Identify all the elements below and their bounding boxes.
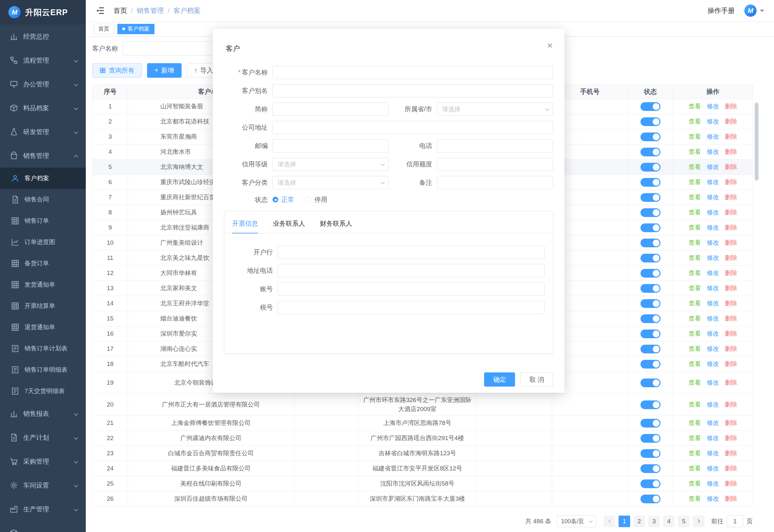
customer-alias-input[interactable] bbox=[273, 84, 553, 97]
status-toggle[interactable] bbox=[640, 345, 660, 353]
tag-item[interactable]: 首页 bbox=[94, 24, 114, 34]
confirm-button[interactable]: 确定 bbox=[484, 372, 515, 387]
edit-link[interactable]: 修改 bbox=[707, 285, 719, 291]
account-input[interactable] bbox=[278, 282, 545, 296]
customer-category-select[interactable]: 请选择 bbox=[273, 176, 389, 189]
status-toggle[interactable] bbox=[640, 102, 660, 111]
delete-link[interactable]: 删除 bbox=[725, 163, 737, 170]
view-link[interactable]: 查看 bbox=[689, 103, 701, 110]
avatar[interactable]: M bbox=[744, 5, 757, 17]
page-button[interactable]: 5 bbox=[678, 516, 690, 527]
tax-no-input[interactable] bbox=[278, 301, 545, 314]
edit-link[interactable]: 修改 bbox=[707, 401, 719, 408]
view-link[interactable]: 查看 bbox=[689, 480, 701, 487]
delete-link[interactable]: 删除 bbox=[725, 419, 737, 426]
view-link[interactable]: 查看 bbox=[689, 330, 701, 337]
view-link[interactable]: 查看 bbox=[689, 465, 701, 472]
delete-link[interactable]: 删除 bbox=[725, 379, 737, 386]
status-toggle[interactable] bbox=[640, 314, 660, 323]
page-button[interactable]: 3 bbox=[648, 516, 660, 527]
sidebar-item[interactable]: 备货订单 bbox=[0, 253, 86, 274]
status-toggle[interactable] bbox=[640, 254, 660, 262]
status-toggle[interactable] bbox=[640, 269, 660, 278]
close-icon[interactable]: × bbox=[547, 41, 553, 50]
edit-link[interactable]: 修改 bbox=[707, 495, 719, 502]
sidebar-item[interactable]: 退货通知单 bbox=[0, 317, 86, 338]
view-link[interactable]: 查看 bbox=[689, 179, 701, 185]
sidebar-item[interactable]: 开票结算单 bbox=[0, 295, 86, 317]
view-link[interactable]: 查看 bbox=[689, 270, 701, 276]
status-toggle[interactable] bbox=[640, 133, 660, 141]
vertical-scrollbar[interactable] bbox=[755, 103, 759, 181]
view-link[interactable]: 查看 bbox=[689, 194, 701, 201]
page-button[interactable]: 1 bbox=[619, 516, 630, 527]
status-toggle[interactable] bbox=[640, 178, 660, 187]
edit-link[interactable]: 修改 bbox=[707, 379, 719, 386]
status-toggle[interactable] bbox=[640, 208, 660, 217]
sidebar-item[interactable]: 办公管理 bbox=[0, 72, 86, 96]
status-toggle[interactable] bbox=[640, 330, 660, 338]
page-button[interactable]: 2 bbox=[633, 516, 645, 527]
edit-link[interactable]: 修改 bbox=[707, 179, 719, 185]
page-size-select[interactable]: 100条/页 bbox=[557, 515, 596, 527]
edit-link[interactable]: 修改 bbox=[707, 419, 719, 426]
view-link[interactable]: 查看 bbox=[689, 285, 701, 291]
sidebar-item[interactable]: 经营总控 bbox=[0, 25, 86, 48]
view-link[interactable]: 查看 bbox=[689, 419, 701, 426]
status-toggle[interactable] bbox=[640, 284, 660, 293]
customer-name-input[interactable] bbox=[273, 66, 553, 79]
edit-link[interactable]: 修改 bbox=[707, 224, 719, 231]
sidebar-item[interactable]: 销售订单计划表 bbox=[0, 338, 86, 359]
view-link[interactable]: 查看 bbox=[689, 224, 701, 231]
status-toggle[interactable] bbox=[640, 239, 660, 247]
status-toggle[interactable] bbox=[640, 434, 660, 443]
edit-link[interactable]: 修改 bbox=[707, 315, 719, 322]
delete-link[interactable]: 删除 bbox=[725, 148, 737, 155]
prev-page-button[interactable] bbox=[604, 516, 615, 527]
sidebar-item[interactable]: 订单进度图 bbox=[0, 232, 86, 253]
status-toggle[interactable] bbox=[640, 419, 660, 428]
status-toggle[interactable] bbox=[640, 479, 660, 488]
delete-link[interactable]: 删除 bbox=[725, 103, 737, 110]
view-link[interactable]: 查看 bbox=[689, 209, 701, 216]
breadcrumb-item[interactable]: 首页 bbox=[114, 6, 127, 15]
edit-link[interactable]: 修改 bbox=[707, 194, 719, 201]
view-link[interactable]: 查看 bbox=[689, 345, 701, 352]
credit-limit-input[interactable] bbox=[437, 158, 553, 171]
edit-link[interactable]: 修改 bbox=[707, 465, 719, 472]
sidebar-item[interactable]: 生产管理 bbox=[0, 497, 86, 521]
delete-link[interactable]: 删除 bbox=[725, 465, 737, 472]
delete-link[interactable]: 删除 bbox=[725, 360, 737, 367]
edit-link[interactable]: 修改 bbox=[707, 270, 719, 276]
view-link[interactable]: 查看 bbox=[689, 495, 701, 502]
delete-link[interactable]: 删除 bbox=[725, 480, 737, 487]
sidebar-item[interactable]: 料品档案 bbox=[0, 96, 86, 120]
delete-link[interactable]: 删除 bbox=[725, 450, 737, 457]
modal-tab[interactable]: 业务联系人 bbox=[273, 219, 305, 233]
status-toggle[interactable] bbox=[640, 495, 660, 503]
delete-link[interactable]: 删除 bbox=[725, 285, 737, 291]
edit-link[interactable]: 修改 bbox=[707, 435, 719, 441]
sidebar-item[interactable]: 发货通知单 bbox=[0, 274, 86, 295]
zip-input[interactable] bbox=[273, 139, 389, 153]
sidebar-item[interactable]: 生产计划 bbox=[0, 426, 86, 449]
status-toggle[interactable] bbox=[640, 193, 660, 202]
status-toggle[interactable] bbox=[640, 163, 660, 172]
bank-input[interactable] bbox=[278, 246, 545, 259]
status-radio-disabled[interactable]: 停用 bbox=[306, 195, 327, 204]
view-link[interactable]: 查看 bbox=[689, 315, 701, 322]
sidebar-item[interactable]: 车间设置 bbox=[0, 473, 86, 497]
status-toggle[interactable] bbox=[640, 400, 660, 409]
status-toggle[interactable] bbox=[640, 464, 660, 473]
breadcrumb-item[interactable]: 客户档案 bbox=[174, 6, 201, 15]
delete-link[interactable]: 删除 bbox=[725, 435, 737, 441]
sidebar-item[interactable]: 流程管理 bbox=[0, 48, 86, 72]
view-link[interactable]: 查看 bbox=[689, 163, 701, 170]
view-link[interactable]: 查看 bbox=[689, 360, 701, 367]
delete-link[interactable]: 删除 bbox=[725, 495, 737, 502]
delete-link[interactable]: 删除 bbox=[725, 315, 737, 322]
edit-link[interactable]: 修改 bbox=[707, 133, 719, 140]
sidebar-item[interactable]: 销售订单明细表 bbox=[0, 359, 86, 380]
status-radio-normal[interactable]: 正常 bbox=[273, 195, 294, 204]
view-link[interactable]: 查看 bbox=[689, 133, 701, 140]
